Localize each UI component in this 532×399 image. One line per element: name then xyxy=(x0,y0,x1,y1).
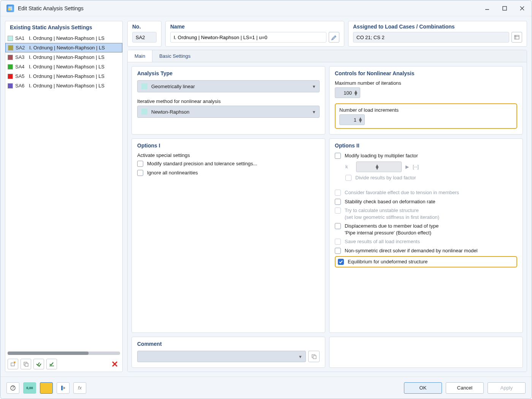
max-iterations-label: Maximum number of iterations xyxy=(335,80,517,86)
apply-button[interactable]: Apply xyxy=(488,382,526,394)
non-symmetric-checkbox[interactable]: Non-symmetric direct solver if demanded … xyxy=(335,247,517,254)
load-increments-highlight: Number of load increments 1 ▲▼ xyxy=(335,103,517,129)
copy-button[interactable] xyxy=(21,359,31,369)
svg-rect-9 xyxy=(25,363,28,366)
item-key: SA1 xyxy=(15,35,27,41)
settings-list-item[interactable]: SA1I. Ordnung | Newton-Raphson | LS xyxy=(5,33,122,43)
check-one-button[interactable] xyxy=(46,359,57,369)
comment-panel: Comment ▾ xyxy=(131,337,325,368)
max-iterations-spinbox[interactable]: 100 ▲▼ xyxy=(335,87,360,98)
displacements-checkbox[interactable]: Displacements due to member load of type… xyxy=(335,223,517,236)
color-swatch xyxy=(8,55,13,60)
divide-results-checkbox: Divide results by load factor xyxy=(345,174,517,181)
activate-special-label: Activate special settings xyxy=(137,152,320,158)
assigned-label: Assigned to Load Cases / Combinations xyxy=(353,24,522,30)
no-label: No. xyxy=(132,24,157,30)
layer-button[interactable] xyxy=(57,382,70,394)
delete-button[interactable] xyxy=(109,359,120,369)
footer: ? 0,00 fx OK Cancel Apply xyxy=(0,377,532,399)
comment-copy-button[interactable] xyxy=(308,351,320,362)
edit-name-button[interactable] xyxy=(329,32,339,43)
item-label: I. Ordnung | Newton-Raphson | LS xyxy=(29,35,120,41)
assigned-input[interactable] xyxy=(353,32,509,43)
k-unit: [--] xyxy=(413,164,419,169)
go-icon: ▶ xyxy=(405,164,409,169)
comment-title: Comment xyxy=(137,341,320,347)
name-field-block: Name xyxy=(165,21,344,47)
favorable-tension-checkbox: Consider favorable effect due to tension… xyxy=(335,189,517,196)
analysis-type-swatch xyxy=(141,83,147,89)
item-label: I. Ordnung | Newton-Raphson | LS xyxy=(29,83,120,89)
item-label: I. Ordnung | Newton-Raphson | LS xyxy=(29,64,120,70)
svg-rect-1 xyxy=(8,8,10,10)
horizontal-scrollbar[interactable] xyxy=(8,352,120,355)
color-swatch xyxy=(8,83,13,89)
name-input[interactable] xyxy=(170,32,326,43)
item-key: SA5 xyxy=(15,73,27,79)
stability-check-checkbox[interactable]: Stability check based on deformation rat… xyxy=(335,198,517,205)
analysis-type-value: Geometrically linear xyxy=(151,84,195,89)
analysis-type-title: Analysis Type xyxy=(137,70,320,76)
units-button[interactable]: 0,00 xyxy=(23,382,36,394)
chevron-down-icon: ▾ xyxy=(313,84,315,89)
tab-main[interactable]: Main xyxy=(128,50,152,62)
check-all-button[interactable] xyxy=(33,359,44,369)
max-iterations-value: 100 xyxy=(339,90,352,96)
equilibrium-highlight: Equilibrium for undeformed structure xyxy=(335,256,517,268)
new-button[interactable] xyxy=(8,359,18,369)
modify-precision-checkbox[interactable]: Modify standard precision and tolerance … xyxy=(137,160,320,167)
load-increments-label: Number of load increments xyxy=(339,107,513,113)
svg-rect-6 xyxy=(11,363,14,366)
iterative-method-select[interactable]: Newton-Raphson ▾ xyxy=(137,106,320,118)
svg-rect-16 xyxy=(313,356,316,359)
cancel-button[interactable]: Cancel xyxy=(446,382,484,394)
svg-rect-19 xyxy=(61,386,63,390)
color-button[interactable] xyxy=(40,382,53,394)
item-key: SA6 xyxy=(15,83,27,89)
tab-basic-settings[interactable]: Basic Settings xyxy=(152,50,197,62)
item-label: I. Ordnung | Newton-Raphson | LS xyxy=(29,73,120,79)
minimize-button[interactable] xyxy=(484,5,491,12)
settings-list-item[interactable]: SA2I. Ordnung | Newton-Raphson | LS xyxy=(5,43,122,52)
load-increments-spinbox[interactable]: 1 ▲▼ xyxy=(339,114,365,125)
assigned-field-block: Assigned to Load Cases / Combinations xyxy=(348,21,527,47)
help-button[interactable]: ? xyxy=(6,382,19,394)
ignore-nonlinearities-checkbox[interactable]: Ignore all nonlinearities xyxy=(137,169,320,176)
chevron-down-icon: ▾ xyxy=(313,109,315,115)
sidebar-header: Existing Static Analysis Settings xyxy=(5,21,122,33)
equilibrium-checkbox[interactable]: Equilibrium for undeformed structure xyxy=(338,258,428,265)
svg-rect-12 xyxy=(515,35,519,39)
iterative-method-swatch xyxy=(141,109,147,115)
sidebar: Existing Static Analysis Settings SA1I. … xyxy=(5,21,123,372)
color-swatch xyxy=(8,45,13,51)
name-label: Name xyxy=(170,24,339,30)
item-key: SA2 xyxy=(16,45,27,51)
analysis-type-panel: Analysis Type Geometrically linear ▾ Ite… xyxy=(131,66,325,135)
dialog-window: Edit Static Analysis Settings Existing S… xyxy=(0,0,532,399)
k-label: k xyxy=(345,164,352,169)
try-unstable-checkbox: Try to calculate unstable structure(set … xyxy=(335,207,517,220)
k-spinbox: ▲▼ xyxy=(356,162,402,172)
blank-panel xyxy=(329,337,523,368)
formula-button[interactable]: fx xyxy=(73,382,86,394)
load-increments-value: 1 xyxy=(344,117,356,123)
modify-loading-checkbox[interactable]: Modify loading by multiplier factor xyxy=(335,152,517,159)
controls-title: Controls for Nonlinear Analysis xyxy=(335,70,517,76)
ok-button[interactable]: OK xyxy=(404,382,442,394)
maximize-button[interactable] xyxy=(501,5,508,12)
options1-title: Options I xyxy=(137,142,320,149)
save-results-checkbox: Save results of all load increments xyxy=(335,238,517,245)
svg-text:?: ? xyxy=(11,385,14,390)
no-input[interactable] xyxy=(132,32,157,43)
settings-list-item[interactable]: SA3I. Ordnung | Newton-Raphson | LS xyxy=(5,52,122,62)
settings-list-item[interactable]: SA4I. Ordnung | Newton-Raphson | LS xyxy=(5,62,122,71)
analysis-type-select[interactable]: Geometrically linear ▾ xyxy=(137,80,320,92)
comment-combobox[interactable]: ▾ xyxy=(137,351,306,362)
options2-panel: Options II Modify loading by multiplier … xyxy=(329,138,523,333)
options1-panel: Options I Activate special settings Modi… xyxy=(131,138,325,333)
close-button[interactable] xyxy=(519,5,526,12)
settings-list-item[interactable]: SA5I. Ordnung | Newton-Raphson | LS xyxy=(5,71,122,81)
settings-list: SA1I. Ordnung | Newton-Raphson | LSSA2I.… xyxy=(5,33,122,350)
settings-list-item[interactable]: SA6I. Ordnung | Newton-Raphson | LS xyxy=(5,81,122,90)
assigned-browse-button[interactable] xyxy=(511,32,522,43)
